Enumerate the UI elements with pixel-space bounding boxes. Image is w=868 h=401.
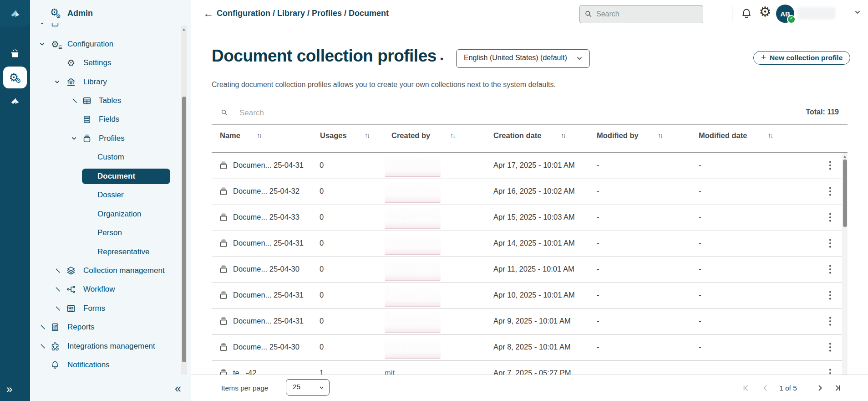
sidebar-item-profiles[interactable]: Profiles	[30, 129, 185, 148]
table-row[interactable]: Documen... 25-04-310Apr 14, 2025 - 10:01…	[212, 231, 848, 257]
chevron-right-icon[interactable]	[54, 305, 61, 312]
avatar-status-badge: ✓	[787, 15, 796, 24]
table-row[interactable]: te...-421mit...Apr 7, 2025 - 05:27 PM	[212, 360, 848, 375]
table-search-input[interactable]	[239, 106, 431, 120]
sidebar-item-configuration[interactable]: ⚙☰Configuration	[30, 35, 185, 53]
table-body: Documen... 25-04-310Apr 17, 2025 - 10:01…	[212, 153, 848, 375]
table-row[interactable]: Documen... 25-04-310Apr 10, 2025 - 10:01…	[212, 283, 848, 309]
chevron-down-icon[interactable]	[54, 78, 61, 85]
table-row[interactable]: Docume... 25-04-300Apr 8, 2025 - 10:01 A…	[212, 334, 848, 361]
profiles-icon	[82, 134, 92, 144]
sidebar-item-fields[interactable]: Fields	[30, 110, 185, 129]
documents-rail-icon[interactable]	[0, 94, 30, 108]
avatar[interactable]: AB ✓	[776, 5, 794, 23]
user-menu-chevron-icon[interactable]	[853, 8, 862, 18]
column-header-usages[interactable]: Usages	[320, 131, 347, 140]
fields-icon	[82, 114, 92, 124]
table-row[interactable]: Docume... 25-04-320Apr 16, 2025 - 10:02 …	[212, 179, 848, 205]
row-menu-kebab-button[interactable]	[824, 315, 837, 328]
table-scrollbar-thumb[interactable]	[843, 159, 847, 227]
sort-arrows-icon[interactable]: ↑↓	[257, 132, 261, 139]
breadcrumb[interactable]: Configuration / Library / Profiles / Doc…	[217, 9, 389, 18]
row-menu-kebab-button[interactable]	[824, 289, 837, 302]
collection-profile-icon	[218, 342, 228, 352]
sidebar-scrollbar-thumb[interactable]	[182, 97, 186, 362]
chevron-right-icon[interactable]	[71, 98, 77, 104]
column-header-modified-date[interactable]: Modified date	[699, 131, 747, 140]
column-header-created-by[interactable]: Created by	[391, 131, 430, 140]
table-row[interactable]: Documen... 25-04-310Apr 9, 2025 - 10:01 …	[212, 308, 848, 335]
sidebar-collapse-button[interactable]: «	[175, 382, 180, 395]
row-menu-kebab-button[interactable]	[824, 263, 837, 276]
admin-rail-item[interactable]: ⚙ ⚙	[3, 67, 27, 88]
previous-page-button[interactable]	[760, 383, 770, 393]
first-page-button[interactable]	[741, 383, 751, 393]
row-menu-kebab-button[interactable]	[824, 185, 837, 198]
sidebar-item-workflow[interactable]: Workflow	[30, 280, 185, 299]
row-menu-kebab-button[interactable]	[824, 237, 837, 250]
sidebar-item-document[interactable]: Document	[30, 167, 185, 185]
sidebar-item-reports[interactable]: Reports	[30, 318, 185, 337]
table-row[interactable]: Docume... 25-04-330Apr 15, 2025 - 10:03 …	[212, 205, 848, 231]
table-scroll-up-arrow[interactable]: ▲	[843, 154, 847, 159]
row-menu-kebab-button[interactable]	[824, 367, 837, 375]
sort-arrows-icon[interactable]: ↑↓	[450, 132, 455, 139]
sidebar-item-person[interactable]: Person	[30, 223, 185, 242]
column-header-name[interactable]: Name	[220, 131, 240, 140]
next-page-button[interactable]	[815, 383, 825, 393]
last-page-button[interactable]	[832, 383, 842, 393]
cell-creation-date: Apr 15, 2025 - 10:03 AM	[493, 213, 575, 221]
cell-usages: 0	[320, 187, 324, 195]
chevron-right-icon[interactable]	[54, 267, 61, 274]
sidebar-expand-button[interactable]: »	[6, 383, 11, 396]
sidebar-item-notifications[interactable]: Notifications	[30, 355, 185, 374]
sort-arrows-icon[interactable]: ↑↓	[768, 132, 772, 139]
language-select[interactable]: English (United States) (default)	[456, 49, 590, 68]
sort-arrows-icon[interactable]: ↑↓	[658, 132, 662, 139]
sidebar-item-integrations-management[interactable]: Integrations management	[30, 337, 185, 355]
app-rail: ⚙ ⚙ »	[0, 0, 30, 401]
row-menu-kebab-button[interactable]	[824, 159, 837, 172]
table-header-row: Name↑↓Usages↑↓Created by↑↓Creation date↑…	[212, 131, 848, 146]
global-search-input[interactable]	[595, 5, 700, 23]
sidebar-item-settings[interactable]: ⚙Settings	[30, 53, 185, 72]
chevron-right-icon[interactable]	[39, 343, 46, 350]
column-header-creation-date[interactable]: Creation date	[493, 131, 541, 140]
chevron-down-icon[interactable]	[71, 135, 77, 142]
chevron-right-icon[interactable]	[39, 324, 46, 331]
chevron-down-icon[interactable]	[39, 41, 46, 47]
sidebar-item-label: Representative	[97, 247, 149, 257]
notifications-bell-button[interactable]	[740, 7, 753, 21]
table-row[interactable]: Docume... 25-04-300Apr 11, 2025 - 10:01 …	[212, 257, 848, 283]
items-per-page-select[interactable]: 25	[286, 379, 330, 396]
cell-modified-date: -	[699, 161, 701, 170]
sidebar-item-representative[interactable]: Representative	[30, 242, 185, 261]
sort-arrows-icon[interactable]: ↑↓	[561, 132, 565, 139]
row-menu-kebab-button[interactable]	[824, 341, 837, 354]
column-header-modified-by[interactable]: Modified by	[597, 131, 639, 140]
chevron-right-icon[interactable]	[54, 286, 61, 293]
app-logo-icon[interactable]	[0, 6, 30, 21]
sidebar-item-custom[interactable]: Custom	[30, 148, 185, 167]
topbar-divider	[732, 5, 732, 22]
sidebar-item-forms[interactable]: Forms	[30, 299, 185, 318]
sidebar-item-tables[interactable]: Tables	[30, 91, 185, 110]
sidebar-item-collection-management[interactable]: Collection management	[30, 261, 185, 280]
cell-modified-date: -	[699, 343, 701, 351]
back-arrow-button[interactable]: ←	[203, 7, 213, 20]
projects-icon[interactable]	[0, 47, 30, 61]
sidebar-item-organization[interactable]: Organization	[30, 205, 185, 223]
cell-usages: 1	[320, 369, 324, 375]
cell-modified-by: -	[597, 265, 599, 273]
user-name-redacted	[798, 7, 835, 19]
sidebar-item-dossier[interactable]: Dossier	[30, 186, 185, 205]
settings-gear-button[interactable]: ⚙	[758, 5, 772, 19]
new-collection-profile-button[interactable]: + New collection profile	[753, 51, 850, 65]
sort-arrows-icon[interactable]: ↑↓	[365, 132, 369, 139]
collection-profile-icon	[218, 290, 228, 300]
total-count: Total: 119	[806, 108, 839, 116]
row-menu-kebab-button[interactable]	[824, 211, 837, 224]
table-row[interactable]: Documen... 25-04-310Apr 17, 2025 - 10:01…	[212, 153, 848, 179]
sidebar-item-library[interactable]: Library	[30, 72, 185, 91]
sidebar-scroll-up-arrow[interactable]: ▲	[182, 27, 186, 31]
